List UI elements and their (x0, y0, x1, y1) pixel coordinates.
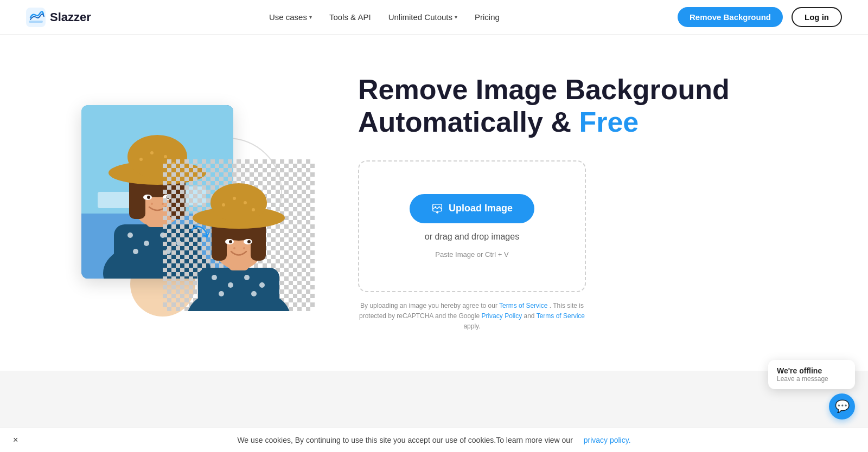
upload-image-button[interactable]: Upload Image (410, 194, 534, 223)
cookie-close-button[interactable]: × (13, 435, 18, 436)
svg-point-11 (127, 233, 133, 238)
logo-text: Slazzer (50, 10, 91, 24)
svg-point-39 (259, 282, 265, 288)
hero-section: Remove Image Background Automatically & … (0, 35, 868, 371)
logo[interactable]: Slazzer (26, 8, 91, 27)
login-button[interactable]: Log in (792, 7, 842, 27)
terms-of-service-link[interactable]: Terms of Service (499, 302, 550, 309)
legal-text: By uploading an image you hereby agree t… (358, 301, 586, 332)
hero-image-area (43, 73, 326, 333)
svg-point-49 (222, 203, 225, 206)
nav-actions: Remove Background Log in (678, 7, 842, 27)
nav-item-tools-api[interactable]: Tools & API (329, 12, 371, 22)
chevron-down-icon-2: ▾ (455, 14, 457, 20)
svg-point-12 (144, 241, 149, 246)
svg-point-51 (244, 201, 247, 204)
svg-point-52 (252, 208, 255, 211)
hero-title: Remove Image Background Automatically & … (358, 74, 825, 139)
after-illustration (163, 159, 315, 311)
nav-item-pricing[interactable]: Pricing (475, 12, 500, 22)
cookie-banner: × We use cookies, By continuing to use t… (0, 428, 868, 436)
nav-item-unlimited-cutouts[interactable]: Unlimited Cutouts ▾ (388, 12, 457, 22)
chat-open-button[interactable]: 💬 (829, 393, 855, 419)
svg-point-50 (233, 197, 236, 200)
arrow-icon (188, 219, 214, 248)
svg-point-15 (133, 249, 138, 254)
svg-point-36 (212, 275, 217, 280)
svg-point-30 (147, 196, 150, 199)
drag-drop-text: or drag and drop images (425, 232, 519, 242)
svg-point-26 (164, 155, 167, 158)
svg-point-58 (243, 247, 245, 249)
image-after (163, 159, 315, 311)
chat-popup: We're offline Leave a message (768, 360, 855, 389)
upload-icon (431, 203, 443, 215)
svg-rect-35 (198, 268, 279, 311)
logo-icon (26, 8, 46, 27)
svg-point-25 (150, 151, 154, 154)
chevron-down-icon: ▾ (309, 14, 312, 20)
svg-point-48 (210, 183, 267, 222)
chat-icon: 💬 (835, 399, 850, 414)
gray-section (0, 371, 868, 436)
svg-rect-7 (98, 192, 130, 208)
svg-point-32 (151, 203, 153, 205)
svg-point-57 (233, 247, 235, 249)
svg-point-24 (139, 158, 143, 161)
upload-dropzone[interactable]: Upload Image or drag and drop images Pas… (358, 160, 586, 292)
svg-rect-1 (29, 21, 43, 23)
svg-point-40 (219, 291, 224, 296)
chat-widget: We're offline Leave a message 💬 (768, 360, 855, 419)
navbar: Slazzer Use cases ▾ Tools & API Unlimite… (0, 0, 868, 35)
hero-content: Remove Image Background Automatically & … (326, 74, 825, 332)
nav-links: Use cases ▾ Tools & API Unlimited Cutout… (269, 12, 500, 22)
svg-point-56 (247, 240, 251, 243)
chat-status-title: We're offline (777, 366, 846, 375)
svg-point-38 (244, 275, 250, 280)
svg-point-55 (229, 240, 232, 243)
svg-point-37 (228, 282, 233, 288)
terms-of-service-link-2[interactable]: Terms of Service (537, 312, 585, 320)
nav-item-use-cases[interactable]: Use cases ▾ (269, 12, 312, 22)
chat-status-subtitle: Leave a message (777, 375, 846, 383)
upload-btn-label: Upload Image (449, 203, 513, 214)
privacy-policy-link[interactable]: Privacy Policy (481, 312, 524, 320)
svg-point-41 (251, 291, 257, 296)
paste-hint-text: Paste Image or Ctrl + V (435, 250, 508, 259)
remove-background-button[interactable]: Remove Background (678, 7, 783, 27)
